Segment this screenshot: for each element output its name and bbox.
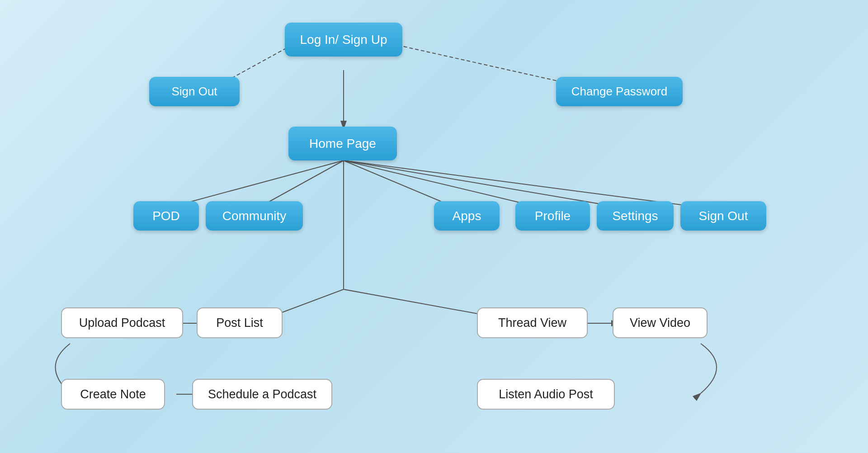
svg-line-14 — [344, 289, 493, 316]
sign-out-bottom-node[interactable]: Sign Out — [680, 201, 766, 231]
thread-view-node[interactable]: Thread View — [477, 307, 588, 338]
flowchart-diagram: Log In/ Sign Up Sign Out Change Password… — [0, 0, 868, 453]
pod-node[interactable]: POD — [133, 201, 199, 231]
login-signup-node[interactable]: Log In/ Sign Up — [285, 23, 402, 57]
upload-podcast-node[interactable]: Upload Podcast — [61, 307, 183, 338]
schedule-podcast-node[interactable]: Schedule a Podcast — [192, 379, 332, 410]
listen-audio-node[interactable]: Listen Audio Post — [477, 379, 615, 410]
settings-node[interactable]: Settings — [597, 201, 674, 231]
svg-line-5 — [398, 45, 570, 84]
change-password-node[interactable]: Change Password — [556, 77, 683, 106]
home-page-node[interactable]: Home Page — [288, 127, 397, 160]
profile-node[interactable]: Profile — [515, 201, 590, 231]
create-note-node[interactable]: Create Note — [61, 379, 165, 410]
sign-out-top-node[interactable]: Sign Out — [149, 77, 240, 106]
apps-node[interactable]: Apps — [434, 201, 500, 231]
community-node[interactable]: Community — [206, 201, 303, 231]
post-list-node[interactable]: Post List — [197, 307, 283, 338]
view-video-node[interactable]: View Video — [613, 307, 708, 338]
